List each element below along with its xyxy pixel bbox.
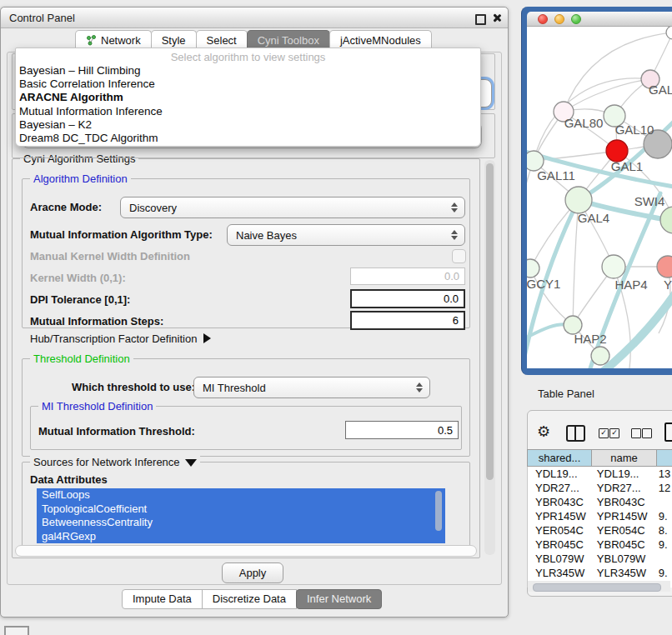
spinner-arrows-icon: [416, 382, 423, 392]
mi-algorithm-type-value: Naive Bayes: [228, 229, 451, 242]
mi-algorithm-type-combo[interactable]: Naive Bayes: [227, 224, 465, 246]
column-header-a[interactable]: A: [657, 449, 672, 467]
collapse-down-icon: [185, 459, 197, 467]
attribute-item-selfloops[interactable]: SelfLoops: [37, 488, 445, 502]
table-row[interactable]: YER054CYER054C8.: [528, 523, 672, 538]
network-node-hap4[interactable]: [602, 255, 625, 278]
table-cell: [651, 552, 672, 566]
control-panel-titlebar[interactable]: Control Panel: [1, 8, 508, 28]
tab-impute-data[interactable]: Impute Data: [122, 589, 203, 609]
tab-select[interactable]: Select: [196, 30, 248, 49]
which-threshold-label: Which threshold to use:: [72, 381, 195, 393]
tab-cyni-toolbox[interactable]: Cyni Toolbox: [247, 30, 330, 49]
deselect-all-check-icon[interactable]: [631, 428, 641, 438]
network-window-titlebar[interactable]: [527, 12, 672, 27]
network-node[interactable]: [666, 27, 672, 39]
table-cell: YBL079W: [528, 552, 589, 566]
network-node-gcy1[interactable]: [527, 259, 539, 278]
network-canvas[interactable]: GALGAL80GAL10GAL1GAL11GAL4SWI4GCY1HAP4YH…: [527, 27, 672, 368]
algorithm-option-aracne-algorithm[interactable]: ARACNE Algorithm: [16, 91, 480, 104]
kernel-width-field[interactable]: 0.0: [350, 268, 465, 285]
table-row[interactable]: YBR045CYBR045C9.: [528, 538, 672, 552]
docked-panel-icon[interactable]: [4, 626, 29, 635]
network-node-gal4[interactable]: [565, 187, 592, 213]
table-cell: 8.: [651, 523, 672, 538]
kernel-width-label: Kernel Width (0,1):: [30, 272, 126, 284]
which-threshold-combo[interactable]: MI Threshold: [193, 377, 430, 398]
network-node-swi4[interactable]: [660, 207, 672, 233]
bottom-tab-bar: Impute DataDiscretize DataInfer Network: [122, 589, 381, 608]
algorithm-option-bayesian-hill-climbing[interactable]: Bayesian – Hill Climbing: [16, 64, 480, 78]
table-panel-title: Table Panel: [538, 388, 594, 400]
table-cell: YDL19...: [589, 467, 651, 481]
table-row[interactable]: YLR345WYLR345W9.: [528, 566, 672, 580]
attribute-item-betweennesscentrality[interactable]: BetweennessCentrality: [37, 516, 445, 530]
network-node-y[interactable]: [657, 256, 672, 278]
tab-jactivemnodules[interactable]: jActiveMNodules: [329, 30, 432, 49]
tab-style[interactable]: Style: [151, 30, 197, 49]
gear-icon[interactable]: ⚙: [537, 423, 550, 440]
close-window-icon[interactable]: [538, 14, 548, 24]
table-row[interactable]: YDR27...YDR27...12: [528, 481, 672, 495]
kernel-width-value: 0.0: [444, 270, 459, 282]
float-panel-icon[interactable]: [475, 14, 486, 25]
hub-factor-label: Hub/Transcription Factor Definition: [30, 332, 197, 345]
document-icon[interactable]: [664, 422, 672, 442]
table-cell: YBR043C: [528, 495, 589, 509]
attribute-item-topologicalcoefficient[interactable]: TopologicalCoefficient: [37, 502, 445, 517]
deselect-all-check-icon[interactable]: [642, 428, 652, 438]
table-cell: YBL079W: [589, 552, 651, 566]
hub-factor-expander[interactable]: Hub/Transcription Factor Definition: [30, 332, 211, 345]
node-label-y: Y: [664, 278, 672, 292]
table-cell: 12: [651, 481, 672, 495]
mi-algorithm-type-label: Mutual Information Algorithm Type:: [30, 228, 213, 241]
manual-kernel-width-checkbox[interactable]: [452, 249, 466, 263]
algorithm-option-dream8-dc-tdc-algorithm[interactable]: Dream8 DC_TDC Algorithm: [16, 132, 480, 145]
expand-right-icon: [203, 333, 211, 343]
algorithm-option-mutual-information-inference[interactable]: Mutual Information Inference: [16, 105, 480, 118]
settings-hscrollbar[interactable]: [15, 545, 477, 557]
attribute-item-gal4rgexp[interactable]: gal4RGexp: [37, 530, 445, 544]
settings-scrollbar-thumb[interactable]: [486, 163, 494, 480]
column-header-name[interactable]: name: [592, 449, 657, 467]
mi-threshold-label: Mutual Information Threshold:: [38, 425, 195, 438]
table-cell: YPR145W: [528, 509, 589, 523]
split-columns-icon[interactable]: [566, 425, 585, 442]
close-panel-icon[interactable]: [492, 13, 501, 22]
tab-network[interactable]: Network: [75, 30, 152, 49]
sources-group-title[interactable]: Sources for Network Inference: [30, 456, 200, 468]
tab-infer-network[interactable]: Infer Network: [296, 589, 382, 609]
apply-button[interactable]: Apply: [222, 562, 283, 583]
network-node[interactable]: [591, 347, 609, 365]
minimize-window-icon[interactable]: [554, 14, 564, 24]
dropdown-option-list: Bayesian – Hill ClimbingBasic Correlatio…: [16, 64, 480, 145]
node-label-gal80: GAL80: [564, 116, 604, 130]
algorithm-definition-title: Algorithm Definition: [30, 172, 131, 185]
dpi-tolerance-field[interactable]: 0.0: [350, 289, 465, 308]
mi-steps-field[interactable]: 6: [350, 311, 465, 330]
data-attributes-list[interactable]: SelfLoopsTopologicalCoefficientBetweenne…: [37, 488, 445, 543]
zoom-window-icon[interactable]: [571, 14, 581, 24]
mi-threshold-field[interactable]: 0.5: [345, 421, 459, 439]
table-row[interactable]: YBL079WYBL079W: [528, 552, 672, 566]
select-all-check-icon[interactable]: ✓: [609, 428, 619, 438]
algorithm-option-bayesian-k2[interactable]: Bayesian – K2: [16, 118, 480, 132]
attributes-scrollbar-thumb[interactable]: [435, 491, 442, 531]
aracne-mode-combo[interactable]: Discovery: [120, 197, 465, 218]
data-attributes-label: Data Attributes: [30, 473, 108, 486]
tab-discretize-data[interactable]: Discretize Data: [202, 589, 297, 609]
algorithm-option-basic-correlation-inference[interactable]: Basic Correlation Inference: [16, 78, 480, 91]
table-cell: 13: [651, 467, 672, 481]
table-cell: YPR145W: [589, 509, 651, 523]
manual-kernel-width-label: Manual Kernel Width Definition: [30, 250, 190, 262]
column-header-shared[interactable]: shared...: [527, 449, 592, 467]
table-row[interactable]: YDL19...YDL19...13: [528, 467, 672, 481]
table-row[interactable]: YBR043CYBR043C: [528, 495, 672, 509]
aracne-mode-value: Discovery: [121, 202, 451, 214]
table-cell: YLR345W: [589, 566, 651, 580]
table-hscrollbar-thumb[interactable]: [533, 583, 661, 592]
select-all-check-icon[interactable]: ✓: [599, 428, 609, 438]
node-label-gcy1: GCY1: [527, 277, 560, 291]
table-row[interactable]: YPR145WYPR145W9.: [528, 509, 672, 523]
network-icon: [86, 35, 97, 46]
